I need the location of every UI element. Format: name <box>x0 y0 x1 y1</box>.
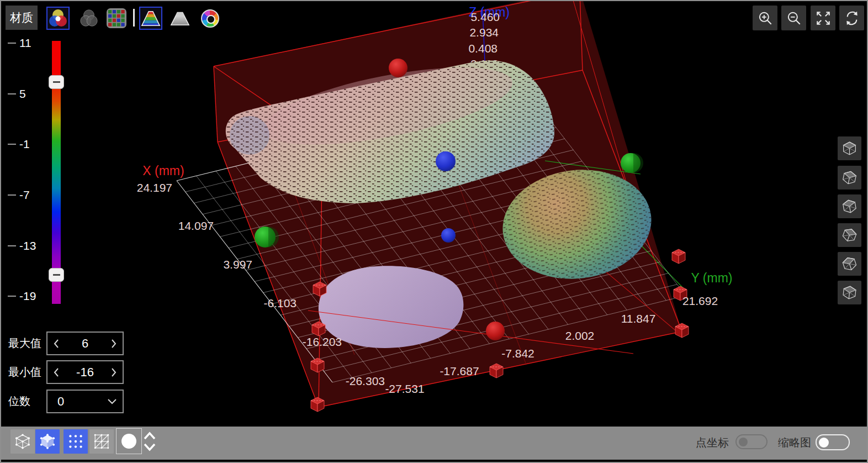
view-cube-button-1[interactable] <box>838 136 861 160</box>
box-resize-handle[interactable] <box>311 358 324 372</box>
view-cube-button-2[interactable] <box>838 166 861 190</box>
colorbar-tick: 5 <box>8 87 26 101</box>
digits-row: 位数 <box>8 390 45 413</box>
zoom-out-icon <box>786 10 802 27</box>
max-value-stepper[interactable]: 6 <box>46 332 124 355</box>
mesh-display-button[interactable] <box>89 429 114 454</box>
svg-text:2.934: 2.934 <box>469 26 499 39</box>
max-value-label: 最大值 <box>8 336 45 351</box>
svg-text:5.460: 5.460 <box>470 10 500 23</box>
svg-text:-27.531: -27.531 <box>385 382 424 395</box>
solid-cube-button[interactable] <box>35 429 60 454</box>
bayer-mosaic-icon <box>106 8 127 29</box>
svg-text:14.097: 14.097 <box>178 219 214 232</box>
view-cube-button-5[interactable] <box>838 252 861 276</box>
rainbow-pyramid-icon <box>140 8 161 29</box>
view-cube-icon <box>839 253 860 275</box>
svg-text:-26.303: -26.303 <box>346 375 385 387</box>
chevron-left-icon[interactable] <box>53 338 60 349</box>
box-resize-handle[interactable] <box>311 397 324 412</box>
max-value-row: 最大值 <box>8 332 45 355</box>
svg-text:11.847: 11.847 <box>621 312 656 325</box>
point-size-stepper[interactable] <box>143 429 156 454</box>
scene-3d-viewport[interactable]: Z (mm) 5.460 2.934 0.408 -2.118 <box>1 1 868 463</box>
max-value: 6 <box>60 336 110 351</box>
view-cube-button-4[interactable] <box>838 223 861 247</box>
gray-venn-icon <box>80 9 98 28</box>
box-resize-handle[interactable] <box>672 249 685 264</box>
chevron-down-icon[interactable] <box>145 444 155 450</box>
triangle-mesh-icon <box>93 433 110 450</box>
gizmo-sphere-red-top <box>389 59 407 77</box>
svg-text:3.997: 3.997 <box>223 258 252 271</box>
min-value: -16 <box>60 365 110 380</box>
fit-view-button[interactable] <box>811 6 835 30</box>
gizmo-sphere-red-bottom <box>486 322 505 340</box>
view-cube-icon <box>839 167 860 188</box>
box-resize-handle[interactable] <box>312 322 325 336</box>
bottom-toolbar: 点坐标 缩略图 <box>1 427 867 460</box>
chevron-left-icon[interactable] <box>53 367 60 378</box>
rgb-channels-button[interactable] <box>46 7 70 30</box>
point-display-button[interactable] <box>63 429 88 454</box>
x-axis-label: X (mm) <box>142 164 184 178</box>
svg-text:24.197: 24.197 <box>137 181 172 194</box>
wireframe-cube-button[interactable] <box>10 429 35 454</box>
svg-text:21.692: 21.692 <box>682 294 718 307</box>
chevron-right-icon[interactable] <box>110 338 117 349</box>
view-cube-icon <box>840 197 860 217</box>
point-coord-label: 点坐标 <box>696 435 729 450</box>
view-cube-button-3[interactable] <box>838 194 861 218</box>
svg-text:-6.103: -6.103 <box>263 297 297 309</box>
chevron-down-icon <box>107 398 117 404</box>
gizmo-sphere-blue-small <box>441 228 456 243</box>
view-cube-icon <box>841 140 858 157</box>
app-window: Z (mm) 5.460 2.934 0.408 -2.118 <box>0 0 868 463</box>
gray-height-button[interactable] <box>168 7 192 30</box>
toggle-knob <box>739 438 748 446</box>
box-resize-handle[interactable] <box>490 364 503 378</box>
rgb-venn-icon <box>48 8 68 28</box>
point-size-indicator <box>116 428 142 454</box>
point-size-dot <box>121 434 136 449</box>
view-cube-icon <box>839 224 861 246</box>
min-value-stepper[interactable]: -16 <box>46 360 124 384</box>
color-scale-lower-handle[interactable] <box>49 268 64 282</box>
rainbow-height-button[interactable] <box>139 7 162 30</box>
chevron-up-icon[interactable] <box>145 433 155 439</box>
thumbnail-toggle[interactable] <box>816 434 850 450</box>
gray-channels-button[interactable] <box>77 7 100 30</box>
svg-text:-16.203: -16.203 <box>303 335 342 348</box>
gray-pyramid-icon <box>170 8 190 29</box>
chevron-right-icon[interactable] <box>110 367 117 378</box>
gizmo-sphere-green-right-shade <box>633 153 643 173</box>
min-value-label: 最小值 <box>8 365 45 380</box>
colorbar-tick: -13 <box>8 239 36 252</box>
bayer-mosaic-button[interactable] <box>105 7 128 30</box>
zoom-in-icon <box>757 10 774 27</box>
colorbar-tick: -19 <box>8 290 36 303</box>
digits-value: 0 <box>53 394 107 409</box>
colorbar-tick: -7 <box>8 188 30 202</box>
y-axis-label: Y (mm) <box>691 271 733 285</box>
zoom-out-button[interactable] <box>781 6 806 30</box>
thumbnail-label: 缩略图 <box>778 435 811 450</box>
svg-text:-7.842: -7.842 <box>501 347 534 360</box>
colorbar-tick: 11 <box>8 36 31 50</box>
color-scale-upper-handle[interactable] <box>49 75 64 89</box>
zoom-in-button[interactable] <box>753 6 777 30</box>
view-cube-icon <box>840 283 859 302</box>
box-resize-handle[interactable] <box>313 282 326 296</box>
material-button[interactable]: 材质 <box>6 6 38 30</box>
digits-dropdown[interactable]: 0 <box>46 390 124 413</box>
color-wheel-button[interactable] <box>198 7 221 30</box>
reset-view-button[interactable] <box>839 6 864 30</box>
box-resize-handle[interactable] <box>675 323 689 338</box>
view-cube-button-6[interactable] <box>838 281 861 304</box>
digits-label: 位数 <box>8 394 45 409</box>
svg-text:2.002: 2.002 <box>565 329 595 342</box>
solid-cube-icon <box>39 433 56 450</box>
point-coord-toggle[interactable] <box>735 434 768 449</box>
gizmo-sphere-blue-center <box>436 151 456 171</box>
min-value-row: 最小值 <box>8 360 45 384</box>
